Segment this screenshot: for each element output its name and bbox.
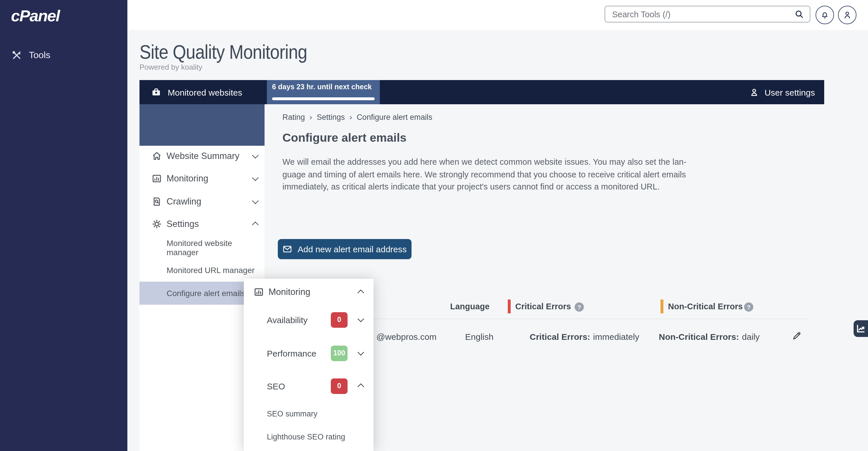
page-subtitle: Powered by koality [140,63,202,71]
user-settings-button[interactable]: User settings [749,80,815,104]
app-bar: Monitored websites 6 days 23 hr. until n… [140,80,824,104]
next-check-progress-track [272,97,375,100]
content-heading: Configure alert emails [282,131,407,144]
add-alert-email-label: Add new alert email address [298,244,407,254]
critical-errors-marker [508,299,510,313]
popup-item-seo[interactable]: SEO 0 [244,377,373,394]
row-language: English [465,332,493,342]
page-search-icon [152,196,162,207]
add-alert-email-button[interactable]: Add new alert email address [278,239,411,259]
sidebar-item-settings[interactable]: Settings [140,216,265,233]
popup-item-availability[interactable]: Availability 0 [244,311,373,328]
chevron-down-icon [252,174,259,181]
sidebar-item-tools[interactable]: Tools [11,50,51,61]
breadcrumb: Rating › Settings › Configure alert emai… [282,113,432,122]
monitored-websites-label: Monitored websites [168,87,242,97]
chevron-down-icon [358,316,364,322]
gear-icon [152,219,162,229]
row-email: @webpros.com [376,332,437,342]
tools-label: Tools [29,50,51,61]
edit-alert-email-button[interactable] [790,329,803,342]
popup-subitem-label: Lighthouse SEO rating [267,432,345,441]
pencil-icon [792,331,802,341]
sidebar-item-label: Monitoring [166,173,208,184]
user-icon [843,10,852,20]
sidebar-item-crawling[interactable]: Crawling [140,193,265,210]
top-header [127,0,868,30]
sidebar-item-label: Website Summary [166,151,240,161]
chevron-up-icon [252,222,259,228]
search-input[interactable] [612,9,794,19]
toolbox-icon [151,87,161,97]
row-non-critical-errors: Non-Critical Errors:daily [659,332,760,342]
sidebar-item-label: Crawling [166,196,202,207]
content-description: We will email the addresses you add here… [282,156,687,193]
sidebar-item-website-summary[interactable]: Website Summary [140,148,265,165]
chevron-down-icon [358,349,364,356]
chart-line-icon [856,324,866,333]
user-settings-label: User settings [765,87,815,97]
bar-chart-icon [254,287,264,297]
tools-icon [11,50,22,61]
column-header-non-critical-errors: Non-Critical Errors [668,302,743,311]
breadcrumb-separator: › [349,113,352,122]
sidebar-subitem-label: Configure alert emails [166,289,245,298]
sidebar-subitem-label: Monitored website manager [166,238,265,257]
breadcrumb-separator: › [310,113,312,122]
sidebar-subitem-label: Monitored URL manager [166,265,255,275]
app-sidebar: cPanel Tools [0,0,127,451]
home-icon [152,151,162,161]
non-critical-errors-marker [660,299,663,313]
seo-badge: 0 [331,378,347,394]
site-quality-monitoring-page: cPanel Tools [0,0,868,451]
non-critical-errors-help-icon[interactable]: ? [744,302,753,312]
search-icon[interactable] [794,9,804,19]
sidebar-item-monitoring[interactable]: Monitoring [140,170,265,187]
monitoring-flyout-button[interactable] [854,320,868,337]
cpanel-logo[interactable]: cPanel [11,7,60,25]
popup-item-performance[interactable]: Performance 100 [244,345,373,362]
envelope-icon [283,244,292,254]
critical-errors-help-icon[interactable]: ? [575,302,584,312]
sidebar-item-monitored-url-manager[interactable]: Monitored URL manager [140,261,265,279]
breadcrumb-rating[interactable]: Rating [282,113,305,122]
row-critical-label: Critical Errors: [530,332,590,342]
availability-badge: 0 [331,312,347,327]
user-settings-icon [749,87,760,97]
popup-header-monitoring[interactable]: Monitoring [244,283,373,301]
popup-header-label: Monitoring [269,287,310,297]
sidebar-item-monitored-website-manager[interactable]: Monitored website manager [140,239,265,256]
next-check-label: 6 days 23 hr. until next check [272,83,372,91]
popup-item-label: Availability [267,315,308,325]
bell-icon [820,10,829,20]
breadcrumb-settings[interactable]: Settings [317,113,345,122]
sidebar-item-label: Settings [166,219,199,229]
row-non-critical-value: daily [742,332,760,342]
chevron-up-icon [358,384,364,390]
row-non-critical-label: Non-Critical Errors: [659,332,739,342]
popup-item-seo-summary[interactable]: SEO summary [244,405,373,422]
next-check-progress-fill [272,97,375,100]
column-header-language: Language [450,302,490,311]
popup-item-label: SEO [267,381,285,391]
page-title: Site Quality Monitoring [140,41,307,63]
performance-badge: 100 [331,345,347,361]
chevron-down-icon [252,198,259,204]
row-critical-errors: Critical Errors:immediately [530,332,639,342]
popup-item-lighthouse-seo-rating[interactable]: Lighthouse SEO rating [244,428,373,445]
popup-item-label: Performance [267,348,316,358]
bar-chart-icon [152,173,162,184]
popup-subitem-label: SEO summary [267,409,317,418]
chevron-up-icon [358,290,364,296]
row-critical-value: immediately [593,332,639,342]
side-nav-header-block [140,104,265,146]
monitored-websites-dropdown[interactable]: Monitored websites [151,80,281,104]
notifications-button[interactable] [815,6,834,24]
column-header-critical-errors: Critical Errors [515,302,571,311]
chevron-down-icon [252,152,259,159]
monitoring-popup: Monitoring Availability 0 Performance 10… [244,279,373,451]
breadcrumb-current: Configure alert emails [357,113,433,122]
user-menu-button[interactable] [838,6,857,24]
next-check-indicator: 6 days 23 hr. until next check [267,80,380,104]
search-box [604,6,810,23]
